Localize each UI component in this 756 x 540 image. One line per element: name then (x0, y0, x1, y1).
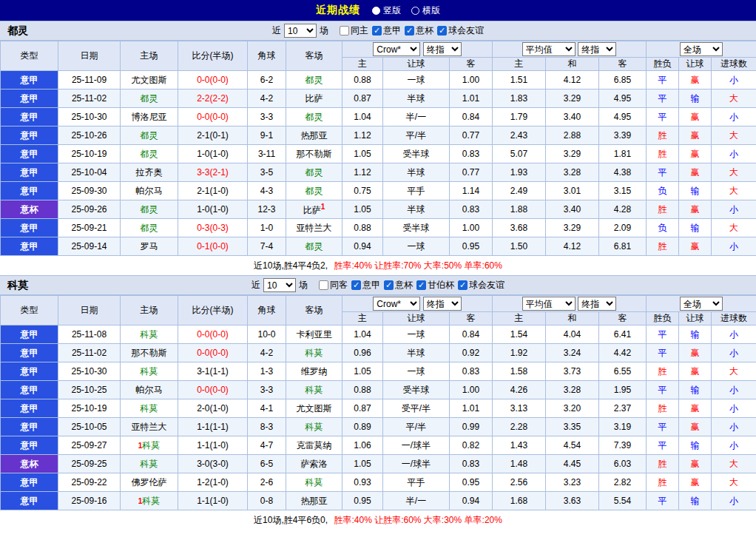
date-cell: 25-11-08 (58, 325, 121, 344)
goals-cell: 小 (712, 237, 756, 256)
corner-cell: 10-0 (248, 325, 286, 344)
league-cell: 意甲 (1, 108, 58, 126)
corner-cell: 6-5 (248, 455, 286, 473)
checkbox-checked-icon[interactable] (372, 26, 382, 36)
filter-checkbox[interactable]: 意杯 (405, 24, 433, 37)
result-cell: 平 (647, 381, 679, 399)
results-body: 意甲 25-11-09 尤文图斯 0-0(0-0) 6-2 都灵 0.88 一球… (1, 71, 756, 256)
away-team-cell: 克雷莫纳 (286, 436, 342, 455)
avg-home-cell: 1.48 (493, 455, 546, 473)
odds-away-cell: 1.00 (450, 71, 493, 90)
avg-company-select[interactable]: 平均值 (522, 42, 576, 56)
checkbox-checked-icon[interactable] (458, 280, 468, 290)
scope-select[interactable]: 全场 (680, 42, 723, 56)
odds-final-select[interactable]: 终指 (423, 42, 462, 56)
filter-checkbox[interactable]: 球会友谊 (458, 279, 504, 291)
date-cell: 25-10-26 (58, 126, 121, 145)
odds-handicap-cell: 一球 (383, 362, 450, 381)
filter-checkboxes: 同客意甲意杯甘伯杯球会友谊 (315, 279, 504, 291)
league-cell: 意甲 (1, 219, 58, 237)
filter-checkbox[interactable]: 意杯 (384, 279, 413, 291)
col-odds-handicap: 让球 (383, 58, 450, 71)
team-label: 都灵 (306, 167, 323, 178)
odds-final-select[interactable]: 终指 (423, 297, 462, 311)
games-count-select[interactable]: 10 (284, 24, 317, 38)
handicap-result-cell: 赢 (679, 126, 712, 145)
results-table: 类型 日期 主场 比分(半场) 角球 客场 Crow* 终指 平均值 终指 全场 (0, 41, 756, 256)
odds-handicap-cell: 平手 (383, 473, 450, 492)
odds-handicap-cell: 一/球半 (383, 436, 450, 455)
odds-home-cell: 0.94 (342, 237, 383, 256)
score-cell: 0-3(0-3) (178, 219, 248, 237)
home-team-cell: 尤文图斯 (121, 71, 178, 90)
odds-handicap-cell: 受半球 (383, 145, 450, 163)
result-cell: 平 (647, 344, 679, 362)
goals-cell: 大 (712, 182, 756, 200)
checkbox-unchecked-icon[interactable] (319, 280, 328, 290)
team-section-como: 科莫 近 10 场 同客意甲意杯甘伯杯球会友谊 类型 日期 主场 比分(半场) … (0, 275, 756, 530)
result-cell: 胜 (647, 200, 679, 219)
checkbox-checked-icon[interactable] (384, 280, 394, 290)
filter-label: 甘伯杯 (428, 279, 454, 291)
corner-cell: 1-0 (248, 219, 286, 237)
avg-draw-cell: 3.35 (546, 418, 599, 436)
team-label: 帕尔马 (136, 186, 163, 196)
filter-checkboxes: 同主意甲意杯球会友谊 (336, 24, 484, 37)
table-row: 意甲 25-10-19 都灵 1-0(1-0) 3-11 那不勒斯 1.05 受… (1, 145, 756, 163)
odds-handicap-cell: 一/球半 (383, 455, 450, 473)
odds-home-cell: 0.96 (342, 344, 383, 362)
avg-draw-cell: 4.54 (546, 436, 599, 455)
checkbox-unchecked-icon[interactable] (340, 26, 349, 36)
checkbox-checked-icon[interactable] (351, 280, 361, 290)
table-row: 意杯 25-09-26 都灵 1-0(1-0) 12-3 比萨1 1.05 半球… (1, 200, 756, 219)
avg-home-cell: 3.68 (493, 219, 546, 237)
odds-handicap-cell: 受平/半 (383, 399, 450, 418)
home-team-cell: 都灵 (121, 126, 178, 145)
checkbox-checked-icon[interactable] (437, 26, 447, 36)
league-cell: 意甲 (1, 182, 58, 200)
away-team-cell: 都灵 (286, 71, 342, 90)
corner-cell: 4-1 (248, 399, 286, 418)
avg-company-select[interactable]: 平均值 (522, 297, 576, 311)
date-cell: 25-11-02 (58, 90, 121, 108)
table-row: 意甲 25-10-30 科莫 3-1(1-1) 1-3 维罗纳 1.05 一球 … (1, 362, 756, 381)
corner-cell: 3-3 (248, 108, 286, 126)
filter-checkbox[interactable]: 同主 (340, 24, 368, 37)
date-cell: 25-09-30 (58, 182, 121, 200)
scope-select[interactable]: 全场 (680, 297, 723, 311)
team-label: 科莫 (141, 459, 158, 469)
horizontal-layout-radio[interactable]: 横版 (411, 4, 440, 17)
odds-handicap-cell: 受半球 (383, 219, 450, 237)
home-team-cell: 都灵 (121, 90, 178, 108)
filter-checkbox[interactable]: 甘伯杯 (416, 279, 454, 291)
avg-final-select[interactable]: 终指 (578, 297, 616, 311)
odds-company-select[interactable]: Crow* (373, 42, 420, 56)
vertical-layout-radio[interactable]: 竖版 (372, 4, 401, 17)
handicap-result-cell: 赢 (679, 200, 712, 219)
handicap-result-cell: 输 (679, 492, 712, 510)
filter-checkbox[interactable]: 同客 (319, 279, 348, 291)
avg-away-cell: 7.39 (599, 436, 647, 455)
filter-checkbox[interactable]: 球会友谊 (437, 24, 484, 37)
date-cell: 25-10-05 (58, 418, 121, 436)
checkbox-checked-icon[interactable] (405, 26, 414, 36)
odds-home-cell: 1.04 (342, 108, 383, 126)
games-count-select[interactable]: 10 (263, 278, 296, 292)
score-cell: 0-0(0-0) (178, 71, 248, 90)
filter-checkbox[interactable]: 意甲 (351, 279, 380, 291)
avg-away-cell: 6.81 (599, 237, 647, 256)
col-type: 类型 (1, 296, 58, 325)
away-team-cell: 都灵 (286, 237, 342, 256)
col-goals: 进球数 (712, 58, 756, 71)
corner-cell: 1-3 (248, 362, 286, 381)
avg-draw-cell: 4.45 (546, 455, 599, 473)
team-label: 罗马 (141, 241, 158, 252)
team-label: 都灵 (306, 75, 323, 85)
filter-checkbox[interactable]: 意甲 (372, 24, 401, 37)
date-cell: 25-11-02 (58, 344, 121, 362)
league-cell: 意甲 (1, 399, 58, 418)
odds-company-select[interactable]: Crow* (373, 297, 420, 311)
avg-final-select[interactable]: 终指 (578, 42, 616, 56)
checkbox-checked-icon[interactable] (416, 280, 426, 290)
col-date: 日期 (58, 296, 121, 325)
